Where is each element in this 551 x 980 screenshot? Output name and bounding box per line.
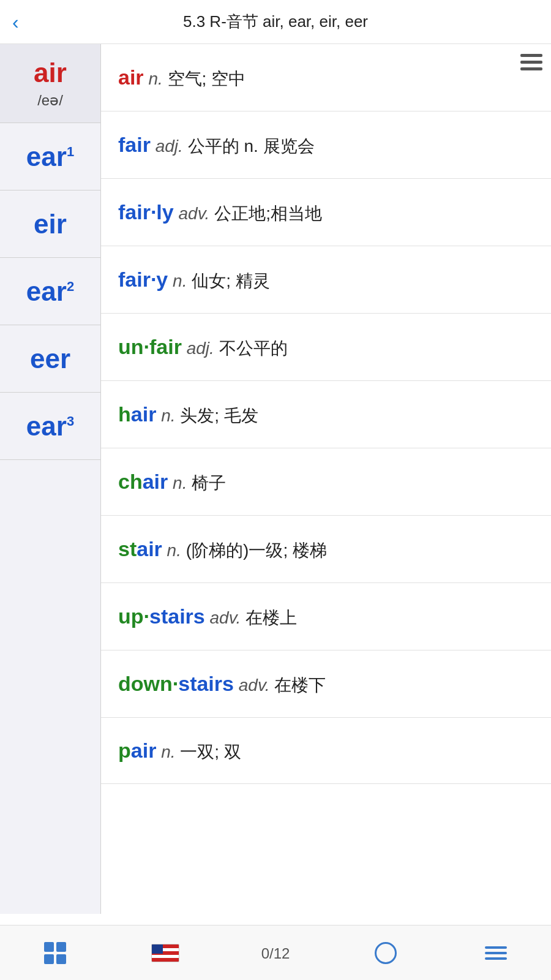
pos-unfair: adj. [187,339,219,358]
word-partial-prefix: p [118,739,131,762]
sidebar-word-ear1: ear1 [26,141,74,172]
nav-menu-button[interactable] [441,925,551,980]
pos-air: n. [148,69,167,88]
pos-fair: adj. [156,137,188,156]
pos-fairly: adv. [179,204,215,223]
nav-circle-button[interactable] [331,925,441,980]
word-entry-partial[interactable]: pair n. 一双; 双 [101,718,551,784]
word-entry-upstairs[interactable]: up·stairs adv. 在楼上 [101,583,551,650]
pos-stair: n. [167,541,186,560]
word-entry-air[interactable]: air n. 空气; 空中 [101,44,551,111]
word-unfair: un·fair [118,335,182,358]
word-entry-unfair[interactable]: un·fair adj. 不公平的 [101,314,551,381]
flag-icon [151,944,179,962]
sidebar-item-ear3[interactable]: ear3 [0,393,100,460]
word-chair-prefix: ch [118,470,143,493]
word-entry-fairly[interactable]: fair·ly adv. 公正地;相当地 [101,179,551,246]
pos-downstairs: adv. [239,676,275,695]
back-button[interactable]: ‹ [12,12,19,32]
word-entry-chair[interactable]: chair n. 椅子 [101,448,551,516]
word-entry-hair[interactable]: hair n. 头发; 毛发 [101,381,551,448]
word-hair-prefix: h [118,402,131,426]
word-list: air n. 空气; 空中 fair adj. 公平的 n. 展览会 fair·… [101,44,551,914]
def-downstairs: 在楼下 [274,676,326,695]
nav-page-button[interactable]: 0/12 [220,925,331,980]
sidebar-word-ear2: ear2 [26,276,74,307]
def-stair: (阶梯的)一级; 楼梯 [186,541,327,560]
def-fairly: 公正地;相当地 [214,204,322,223]
menu-icon[interactable] [520,54,542,70]
word-fairy: fair·y [118,268,168,291]
def-fair: 公平的 n. 展览会 [188,137,315,156]
nav-flag-button[interactable] [110,925,220,980]
sidebar: air /eə/ ear1 eir ear2 eer ear3 [0,44,101,914]
word-hair-suffix: air [131,402,157,426]
word-upstairs-suffix: stairs [149,605,205,628]
pos-upstairs: adv. [210,608,246,627]
pos-partial: n. [161,742,180,761]
word-upstairs-dot: · [144,605,149,628]
sidebar-item-air[interactable]: air /eə/ [0,44,100,123]
word-downstairs-suffix: stairs [178,672,234,695]
word-stair-suffix: air [137,537,162,560]
word-entry-fairy[interactable]: fair·y n. 仙女; 精灵 [101,246,551,314]
def-unfair: 不公平的 [219,339,288,358]
word-entry-downstairs[interactable]: down·stairs adv. 在楼下 [101,650,551,718]
sidebar-phonetic-air: /eə/ [37,92,63,109]
word-fair: fair [118,133,151,156]
sidebar-word-eir: eir [34,209,67,239]
sidebar-word-air: air [34,58,67,88]
grid-icon [44,942,66,964]
circle-icon [375,942,397,964]
def-upstairs: 在楼上 [246,608,297,627]
page-indicator: 0/12 [261,945,290,962]
bottom-nav: 0/12 [0,925,551,980]
word-downstairs-dot: · [173,672,178,695]
sidebar-item-ear1[interactable]: ear1 [0,123,100,190]
sidebar-word-eer: eer [30,344,70,374]
word-entry-stair[interactable]: stair n. (阶梯的)一级; 楼梯 [101,516,551,583]
header-title: 5.3 R-音节 air, ear, eir, eer [183,11,368,32]
sidebar-item-eir[interactable]: eir [0,190,100,258]
word-upstairs-prefix: up [118,605,144,628]
main-content: air /eə/ ear1 eir ear2 eer ear3 [0,44,551,914]
def-partial: 一双; 双 [180,742,241,761]
pos-fairy: n. [173,271,192,290]
hamburger-icon [485,946,507,960]
word-entry-fair[interactable]: fair adj. 公平的 n. 展览会 [101,111,551,179]
word-air: air [118,66,144,89]
nav-grid-button[interactable] [0,925,110,980]
sidebar-item-ear2[interactable]: ear2 [0,258,100,325]
header: ‹ 5.3 R-音节 air, ear, eir, eer [0,0,551,44]
def-hair: 头发; 毛发 [180,406,258,425]
def-chair: 椅子 [192,473,226,492]
sidebar-item-eer[interactable]: eer [0,325,100,393]
word-chair-suffix: air [143,470,168,493]
pos-hair: n. [161,406,180,425]
def-fairy: 仙女; 精灵 [192,271,270,290]
word-stair-prefix: st [118,537,137,560]
pos-chair: n. [173,473,192,492]
word-fairly: fair·ly [118,200,174,224]
word-partial-suffix: air [131,739,157,762]
def-air: 空气; 空中 [168,69,246,88]
word-downstairs-prefix: down [118,672,173,695]
sidebar-word-ear3: ear3 [26,411,74,442]
